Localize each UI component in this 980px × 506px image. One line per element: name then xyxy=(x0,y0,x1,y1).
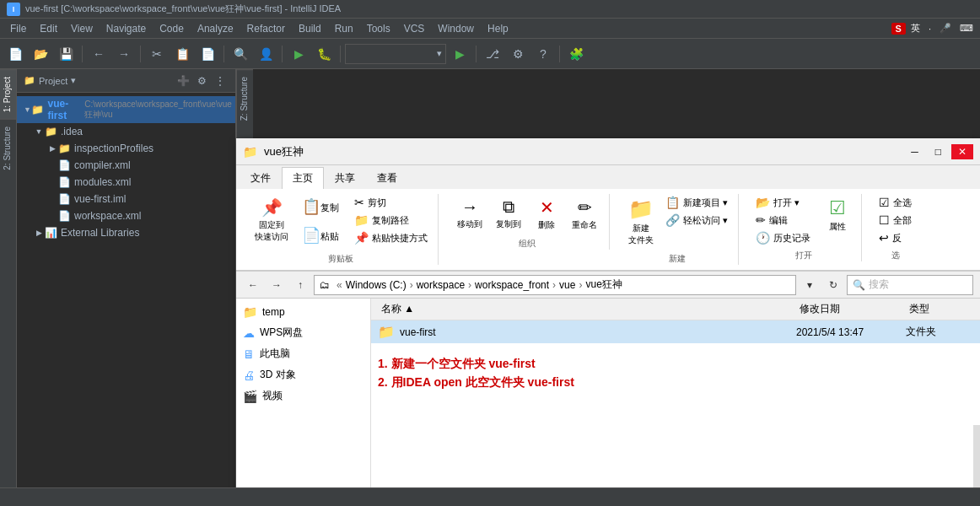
file-row-vue-first[interactable]: 📁 vue-first 2021/5/4 13:47 文件夹 xyxy=(371,320,980,343)
search-box[interactable]: 🔍 搜索 xyxy=(847,275,973,295)
toolbar-save-btn[interactable]: 💾 xyxy=(54,42,78,66)
ribbon-copyto-btn[interactable]: ⧉ 复制到 xyxy=(491,194,526,234)
menu-file[interactable]: File xyxy=(3,21,33,36)
project-dropdown-arrow[interactable]: ▾ xyxy=(71,75,76,86)
toolbar-settings-btn[interactable]: ⚙ xyxy=(506,42,530,66)
ribbon-newitem-btn[interactable]: 📋 新建项目 ▾ xyxy=(662,194,731,211)
ribbon-edit-btn[interactable]: ✏ 编辑 xyxy=(752,212,814,229)
sidebar-tab-structure[interactable]: 2: Structure xyxy=(0,119,16,177)
ime-s-icon[interactable]: S xyxy=(891,23,906,35)
ribbon-copy-btn[interactable]: 📋 复制 xyxy=(297,194,347,221)
ribbon-cut-btn[interactable]: ✂ 剪切 xyxy=(351,194,431,211)
menu-navigate[interactable]: Navigate xyxy=(100,21,153,36)
menu-help[interactable]: Help xyxy=(481,21,515,36)
explorer-minimize-btn[interactable]: ─ xyxy=(904,144,925,159)
menu-run[interactable]: Run xyxy=(328,21,360,36)
ribbon-history-btn[interactable]: 🕐 历史记录 xyxy=(752,229,814,246)
toolbar-new-btn[interactable]: 📄 xyxy=(3,42,27,66)
tree-root[interactable]: ▼ 📁 vue-first C:\workspace\workspace_fro… xyxy=(17,96,235,123)
toolbar-back-btn[interactable]: ← xyxy=(87,42,110,66)
ime-eng[interactable]: 英 xyxy=(907,21,923,35)
path-vue[interactable]: vue xyxy=(559,279,575,291)
toolbar-help-btn[interactable]: ? xyxy=(531,42,555,66)
sidebar-tab-z-structure[interactable]: Z: Structure xyxy=(237,69,253,127)
ribbon-pasteshortcut-btn[interactable]: 📌 粘贴快捷方式 xyxy=(351,229,431,246)
toolbar-open-btn[interactable]: 📂 xyxy=(29,42,52,66)
ribbon-tab-home[interactable]: 主页 xyxy=(282,167,324,189)
tree-inspection[interactable]: ▶ 📁 inspectionProfiles xyxy=(17,140,235,157)
menu-vcs[interactable]: VCS xyxy=(397,21,432,36)
sidebar-video[interactable]: 🎬 视频 xyxy=(236,385,370,406)
toolbar-user-btn[interactable]: 👤 xyxy=(254,42,277,66)
ribbon-rename-btn[interactable]: ✏ 重命名 xyxy=(567,194,602,234)
ribbon-tab-share[interactable]: 共享 xyxy=(324,167,366,189)
sidebar-thispc[interactable]: 🖥 此电脑 xyxy=(236,343,370,364)
ribbon-tab-view[interactable]: 查看 xyxy=(366,167,408,189)
toolbar-debug-btn[interactable]: 🐛 xyxy=(312,42,336,66)
menu-view[interactable]: View xyxy=(64,21,100,36)
path-windows[interactable]: Windows (C:) xyxy=(346,279,407,291)
addr-up-btn[interactable]: ↑ xyxy=(290,275,310,295)
tree-workspace[interactable]: 📄 workspace.xml xyxy=(17,207,235,224)
project-more-btn[interactable]: ⋮ xyxy=(212,73,229,89)
ribbon-pin-btn[interactable]: 📌 固定到快速访问 xyxy=(250,194,293,246)
toolbar-forward-btn[interactable]: → xyxy=(112,42,136,66)
toolbar-cut-btn[interactable]: ✂ xyxy=(145,42,169,66)
tree-external-label: External Libraries xyxy=(61,227,139,239)
explorer-close-btn[interactable]: ✕ xyxy=(951,144,973,159)
sidebar-3d[interactable]: 🖨 3D 对象 xyxy=(236,364,370,385)
ribbon-moveto-btn[interactable]: → 移动到 xyxy=(452,194,487,234)
ime-mic-icon[interactable]: 🎤 xyxy=(936,22,955,35)
ribbon-copypath-btn[interactable]: 📁 复制路径 xyxy=(351,212,431,229)
ribbon-tab-file[interactable]: 文件 xyxy=(240,167,282,189)
toolbar-vcs-btn[interactable]: ⎇ xyxy=(481,42,504,66)
path-vue-kuangshen[interactable]: vue狂神 xyxy=(585,277,622,292)
path-workspace[interactable]: workspace xyxy=(417,279,465,291)
sidebar-wps[interactable]: ☁ WPS网盘 xyxy=(236,322,370,343)
toolbar-run-btn[interactable]: ▶ xyxy=(287,42,310,66)
explorer-maximize-btn[interactable]: □ xyxy=(929,144,948,159)
addr-back-btn[interactable]: ← xyxy=(243,275,263,295)
toolbar-find-btn[interactable]: 🔍 xyxy=(229,42,252,66)
project-add-btn[interactable]: ➕ xyxy=(175,73,191,89)
tree-modules[interactable]: 📄 modules.xml xyxy=(17,174,235,191)
tree-iml[interactable]: 📄 vue-first.iml xyxy=(17,191,235,207)
toolbar-paste-btn[interactable]: 📄 xyxy=(196,42,219,66)
menu-tools[interactable]: Tools xyxy=(360,21,397,36)
addr-refresh-btn[interactable]: ↻ xyxy=(823,275,843,295)
ime-key-icon[interactable]: ⌨ xyxy=(956,22,977,35)
ribbon-easyaccess-btn[interactable]: 🔗 轻松访问 ▾ xyxy=(662,212,731,229)
ribbon-delete-btn[interactable]: ✕ 删除 xyxy=(530,194,563,234)
tree-external[interactable]: ▶ 📊 External Libraries xyxy=(17,224,235,241)
toolbar-run-config-btn[interactable]: ▶ xyxy=(448,42,471,66)
col-header-name[interactable]: 名称 ▲ xyxy=(378,300,796,318)
menu-code[interactable]: Code xyxy=(153,21,191,36)
toolbar-plugin-btn[interactable]: 🧩 xyxy=(564,42,588,66)
col-header-type[interactable]: 类型 xyxy=(906,300,973,318)
menu-edit[interactable]: Edit xyxy=(33,21,64,36)
menu-refactor[interactable]: Refactor xyxy=(240,21,292,36)
sidebar-temp[interactable]: 📁 temp xyxy=(236,302,370,322)
toolbar-config-dropdown[interactable]: ▾ xyxy=(345,44,446,64)
tree-idea[interactable]: ▼ 📁 .idea xyxy=(17,123,235,140)
annotation-area: 1. 新建一个空文件夹 vue-first 2. 用IDEA open 此空文件… xyxy=(371,343,980,404)
ribbon-selectall-btn[interactable]: ☑ 全选 xyxy=(875,194,915,211)
addr-dropdown-btn[interactable]: ▾ xyxy=(800,275,820,295)
address-path[interactable]: 🗂 « Windows (C:) › workspace › workspace… xyxy=(314,275,796,295)
menu-window[interactable]: Window xyxy=(431,21,481,36)
col-header-date[interactable]: 修改日期 xyxy=(796,300,906,318)
menu-build[interactable]: Build xyxy=(292,21,328,36)
path-workspace-front[interactable]: workspace_front xyxy=(475,279,549,291)
toolbar-copy-btn[interactable]: 📋 xyxy=(170,42,194,66)
addr-forward-btn[interactable]: → xyxy=(267,275,287,295)
ribbon-invertselect-btn[interactable]: ↩ 反 xyxy=(875,229,915,246)
ribbon-selectnone-btn[interactable]: ☐ 全部 xyxy=(875,212,915,229)
ribbon-open-btn[interactable]: 📂 打开 ▾ xyxy=(752,194,814,211)
ribbon-newfolder-btn[interactable]: 📁 新建文件夹 xyxy=(623,194,659,250)
menu-analyze[interactable]: Analyze xyxy=(191,21,240,36)
ribbon-properties-btn[interactable]: ☑ 属性 xyxy=(821,194,854,236)
sidebar-tab-project[interactable]: 1: Project xyxy=(0,69,16,119)
project-settings-btn[interactable]: ⚙ xyxy=(193,73,210,89)
tree-compiler[interactable]: 📄 compiler.xml xyxy=(17,157,235,174)
ribbon-paste-btn[interactable]: 📄 粘贴 xyxy=(297,223,347,250)
